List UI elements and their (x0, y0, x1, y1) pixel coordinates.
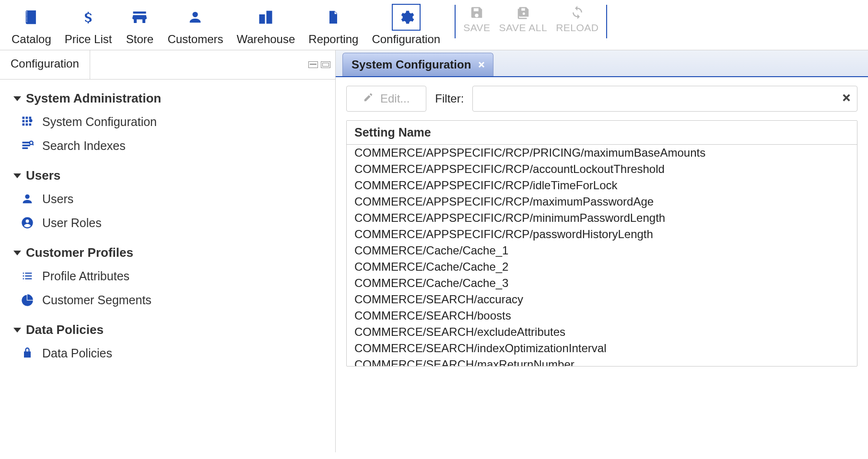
nav-label: Warehouse (236, 33, 295, 46)
tree-header-users[interactable]: Users (13, 164, 322, 187)
nav-reporting[interactable]: Reporting (302, 3, 365, 50)
caret-down-icon (13, 96, 21, 101)
save-button[interactable]: SAVE (463, 4, 490, 34)
caret-down-icon (13, 173, 21, 178)
toolbar-divider (455, 5, 456, 38)
grid-body: COMMERCE/APPSPECIFIC/RCP/PRICING/maximum… (347, 145, 857, 366)
tree-item-label: Search Indexes (42, 139, 126, 153)
table-row[interactable]: COMMERCE/APPSPECIFIC/RCP/maximumPassword… (347, 194, 857, 210)
reload-button[interactable]: RELOAD (556, 4, 598, 34)
filter-field-wrap (472, 86, 857, 112)
editor-tabbar: System Configuration (336, 50, 868, 77)
tree-section-label: Data Policies (26, 322, 104, 337)
person-icon (181, 4, 210, 31)
caret-down-icon (13, 328, 21, 333)
minimize-button[interactable] (308, 61, 318, 68)
table-row[interactable]: COMMERCE/SEARCH/excludeAttributes (347, 324, 857, 340)
nav-customers[interactable]: Customers (161, 3, 230, 50)
pie-chart-icon (20, 293, 35, 307)
table-row[interactable]: COMMERCE/SEARCH/boosts (347, 308, 857, 324)
catalog-icon (17, 4, 46, 31)
left-pane: Configuration System Administration (0, 50, 336, 452)
save-all-icon (513, 4, 534, 21)
nav-warehouse[interactable]: Warehouse (230, 3, 302, 50)
svg-point-0 (29, 119, 33, 122)
tree-item-label: Users (42, 192, 73, 206)
tree-header-customer-profiles[interactable]: Customer Profiles (13, 241, 322, 264)
nav-catalog[interactable]: Catalog (5, 3, 58, 50)
tree-section-label: Customer Profiles (26, 245, 133, 260)
settings-grid: Setting Name COMMERCE/APPSPECIFIC/RCP/PR… (346, 120, 857, 367)
filter-input[interactable] (480, 86, 840, 111)
table-row[interactable]: COMMERCE/Cache/Cache_2 (347, 259, 857, 275)
table-row[interactable]: COMMERCE/Cache/Cache_1 (347, 242, 857, 259)
table-row[interactable]: COMMERCE/APPSPECIFIC/RCP/passwordHistory… (347, 226, 857, 242)
tree-item-label: Data Policies (42, 346, 112, 360)
tree-section-label: System Administration (26, 91, 161, 106)
tab-label: System Configuration (352, 58, 471, 71)
tab-system-configuration[interactable]: System Configuration (342, 53, 493, 76)
tree-item-profile-attributes[interactable]: Profile Attributes (18, 264, 322, 288)
action-label: RELOAD (556, 22, 598, 34)
tree-item-label: Profile Attributes (42, 269, 129, 283)
nav-price-list[interactable]: Price List (58, 3, 119, 50)
reload-icon (567, 4, 588, 21)
dollar-icon (74, 4, 103, 31)
action-label: SAVE (463, 22, 490, 34)
tree-item-users[interactable]: Users (18, 187, 322, 211)
tree-section-label: Users (26, 168, 60, 183)
tree-header-data-policies[interactable]: Data Policies (13, 319, 322, 341)
filter-label: Filter: (435, 92, 464, 105)
tree-item-data-policies[interactable]: Data Policies (18, 341, 322, 365)
tree-item-label: System Configuration (42, 115, 157, 129)
table-row[interactable]: COMMERCE/APPSPECIFIC/RCP/minimumPassword… (347, 210, 857, 226)
tree-item-search-indexes[interactable]: Search Indexes (18, 134, 322, 158)
maximize-button[interactable] (321, 61, 330, 68)
edit-label: Edit... (380, 92, 410, 105)
action-bar: SAVE SAVE ALL RELOAD (463, 3, 598, 34)
action-label: SAVE ALL (499, 22, 548, 34)
tree-item-user-roles[interactable]: User Roles (18, 211, 322, 235)
close-icon[interactable] (477, 60, 486, 69)
table-row[interactable]: COMMERCE/APPSPECIFIC/RCP/idleTimeForLock (347, 177, 857, 194)
table-row[interactable]: COMMERCE/SEARCH/maxReturnNumber (347, 356, 857, 366)
save-icon (466, 4, 487, 21)
caret-down-icon (13, 251, 21, 255)
edit-button[interactable]: Edit... (346, 86, 426, 112)
left-tab-configuration[interactable]: Configuration (0, 50, 90, 79)
left-pane-header: Configuration (0, 50, 335, 80)
editor-toolbar: Edit... Filter: (336, 77, 868, 120)
tree-section-data-policies: Data Policies Data Policies (13, 319, 322, 365)
tree-section-system-administration: System Administration System Configurati… (13, 87, 322, 158)
account-circle-icon (20, 216, 35, 230)
nav-label: Customers (167, 33, 223, 46)
tree-item-system-configuration[interactable]: System Configuration (18, 110, 322, 134)
table-row[interactable]: COMMERCE/APPSPECIFIC/RCP/accountLockoutT… (347, 161, 857, 177)
top-toolbar: Catalog Price List Store Customers Wareh (0, 0, 868, 50)
nav-store[interactable]: Store (118, 3, 161, 50)
person-icon (20, 192, 35, 206)
tree-header-system-administration[interactable]: System Administration (13, 87, 322, 110)
grid-gear-icon (20, 115, 35, 129)
tree-section-users: Users Users User Roles (13, 164, 322, 235)
tree-section-customer-profiles: Customer Profiles Profile Attributes Cus… (13, 241, 322, 312)
document-icon (319, 4, 348, 31)
gear-icon (392, 4, 421, 31)
clear-filter-icon[interactable] (840, 91, 853, 106)
save-all-button[interactable]: SAVE ALL (499, 4, 548, 34)
attributes-icon (20, 269, 35, 283)
table-row[interactable]: COMMERCE/Cache/Cache_3 (347, 275, 857, 291)
nav-label: Configuration (372, 33, 440, 46)
tree-item-customer-segments[interactable]: Customer Segments (18, 288, 322, 312)
table-row[interactable]: COMMERCE/SEARCH/indexOptimizationInterva… (347, 340, 857, 356)
table-row[interactable]: COMMERCE/SEARCH/accuracy (347, 291, 857, 308)
left-pane-controls (90, 50, 335, 79)
nav-label: Catalog (12, 33, 51, 46)
table-row[interactable]: COMMERCE/APPSPECIFIC/RCP/PRICING/maximum… (347, 145, 857, 161)
nav-configuration[interactable]: Configuration (365, 3, 447, 50)
index-search-icon (20, 138, 35, 153)
nav-label: Store (126, 33, 153, 46)
nav-label: Reporting (308, 33, 358, 46)
grid-column-header[interactable]: Setting Name (347, 121, 857, 145)
pencil-icon (363, 92, 374, 105)
